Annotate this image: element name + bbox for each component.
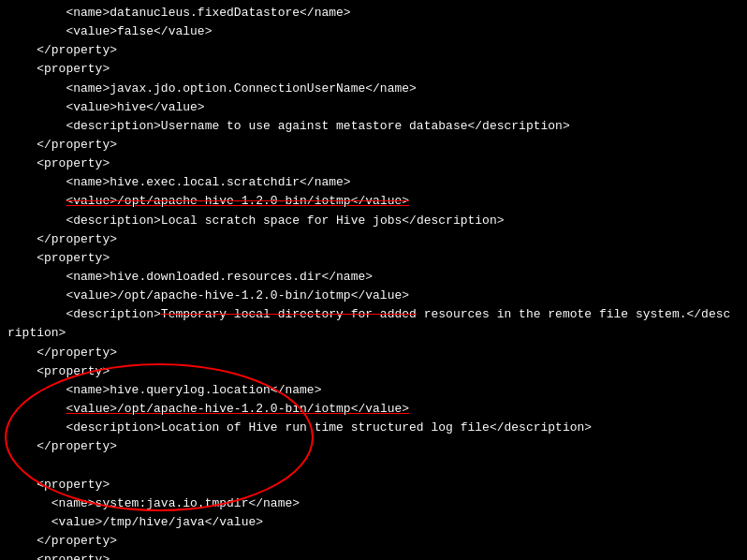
line-23: <description>Location of Hive run time s…	[7, 419, 740, 437]
line-7: <description>Username to use against met…	[7, 117, 740, 136]
line-14: <property>	[7, 249, 740, 268]
line-22: <value>/opt/apache-hive-1.2.0-bin/iotmp<…	[7, 400, 740, 419]
line-27: <name>system:java.io.tmpdir</name>	[7, 494, 740, 513]
value-querylog: <value>/opt/apache-hive-1.2.0-bin/iotmp<…	[66, 402, 409, 416]
desc-strike: Temporary local directory for added	[161, 307, 417, 321]
line-15: <name>hive.downloaded.resources.dir</nam…	[7, 268, 740, 287]
line-13: </property>	[7, 230, 740, 249]
line-1: <name>datanucleus.fixedDatastore</name>	[7, 4, 740, 22]
line-28: <value>/tmp/hive/java</value>	[7, 513, 740, 532]
line-20: <property>	[7, 362, 740, 381]
hive-word: Hive	[336, 214, 365, 228]
line-21: <name>hive.querylog.location</name>	[7, 381, 740, 400]
line-30: <property>	[7, 551, 740, 560]
line-26: <property>	[7, 476, 740, 494]
line-11: <value>/opt/apache-hive-1.2.0-bin/iotmp<…	[7, 192, 740, 211]
line-12: <description>Local scratch space for Hiv…	[7, 212, 740, 230]
line-17: <description>Temporary local directory f…	[7, 305, 740, 324]
line-4: <property>	[7, 60, 740, 79]
value-scratchdir: <value>/opt/apache-hive-1.2.0-bin/iotmp<…	[66, 194, 409, 208]
code-editor: <name>datanucleus.fixedDatastore</name> …	[0, 0, 747, 560]
line-10: <name>hive.exec.local.scratchdir</name>	[7, 173, 740, 192]
line-25	[7, 456, 740, 475]
line-5: <name>javax.jdo.option.ConnectionUserNam…	[7, 80, 740, 98]
line-18: ription>	[7, 324, 740, 343]
line-3: </property>	[7, 41, 740, 60]
line-19: </property>	[7, 344, 740, 362]
line-24: </property>	[7, 437, 740, 456]
line-2: <value>false</value>	[7, 22, 740, 41]
line-9: <property>	[7, 155, 740, 173]
line-8: </property>	[7, 136, 740, 155]
line-29: </property>	[7, 532, 740, 551]
line-16: <value>/opt/apache-hive-1.2.0-bin/iotmp<…	[7, 287, 740, 305]
line-6: <value>hive</value>	[7, 98, 740, 117]
